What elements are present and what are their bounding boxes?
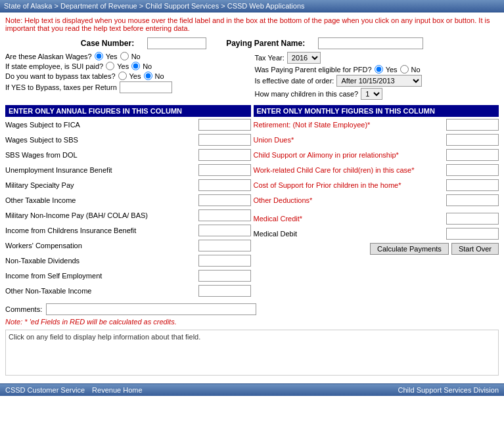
left-col-header: Enter Only Annual Figures in this column	[5, 105, 251, 117]
bypass-taxes-input[interactable]	[120, 81, 172, 93]
military-specialty-input[interactable]	[198, 179, 251, 191]
sui-no-label: No	[143, 62, 152, 70]
military-nontax-input[interactable]	[198, 209, 251, 221]
alaskan-wages-no-radio[interactable]	[120, 52, 129, 60]
breadcrumb-sep3: >	[221, 2, 227, 10]
field-childrens-insurance: Income from Childrens Insurance Benefit	[5, 224, 251, 237]
alaskan-wages-yes-label: Yes	[106, 53, 118, 60]
pfd-label: Was Paying Parent eligible for PFD?	[255, 66, 372, 74]
union-dues-input[interactable]	[446, 134, 499, 146]
comments-input[interactable]	[46, 303, 256, 315]
field-prior-children: Cost of Support for Prior children in th…	[254, 179, 499, 192]
childrens-insurance-input[interactable]	[198, 225, 251, 236]
case-number-input[interactable]	[147, 37, 206, 49]
state-employee-row: If state employee, is SUI paid? Yes No	[5, 62, 250, 70]
start-over-button[interactable]: Start Over	[451, 243, 499, 255]
header-row: Case Number: Paying Parent Name:	[5, 37, 499, 49]
comments-row: Comments:	[5, 303, 499, 315]
help-box: Click on any field to display help infor…	[5, 330, 499, 376]
tax-year-row: Tax Year: 2016	[255, 52, 499, 64]
nontaxable-dividends-input[interactable]	[198, 255, 251, 267]
bypass-taxes-label: If YES to Bypass, taxes per Return	[5, 83, 117, 91]
bypass-yes-label: Yes	[129, 72, 141, 80]
sui-no-radio[interactable]	[131, 62, 140, 70]
field-other-nontaxable: Other Non-Taxable Income	[5, 284, 251, 297]
child-support-alimony-input[interactable]	[446, 149, 499, 161]
workers-comp-input[interactable]	[198, 240, 251, 251]
sui-yes-label: Yes	[117, 62, 129, 70]
bypass-no-label: No	[155, 72, 164, 80]
effective-date-label: Is effective date of order:	[255, 77, 334, 85]
calculate-button[interactable]: Calculate Payments	[370, 243, 449, 255]
paying-parent-label: Paying Parent Name:	[226, 39, 305, 48]
paying-parent-input[interactable]	[318, 37, 423, 49]
children-label: How many children in this case?	[255, 90, 359, 98]
sbs-dol-input[interactable]	[198, 149, 251, 161]
bypass-taxes-row: If YES to Bypass, taxes per Return	[5, 81, 250, 93]
two-col: Enter Only Annual Figures in this column…	[5, 105, 499, 299]
red-note: Note: * 'ed Fields in RED will be calcul…	[5, 318, 499, 326]
pfd-no-radio[interactable]	[400, 65, 409, 74]
field-other-deductions: Other Deductions*	[254, 194, 499, 207]
pfd-yes-label: Yes	[386, 66, 398, 74]
medical-credit-input[interactable]	[446, 213, 499, 225]
field-nontaxable-dividends: Non-Taxable Dividends	[5, 254, 251, 267]
field-wages-fica: Wages Subject to FICA	[5, 118, 251, 131]
right-info-panel: Tax Year: 2016 Was Paying Parent eligibl…	[255, 52, 499, 101]
right-col-header: Enter Only Monthly Figures in this colum…	[254, 105, 499, 117]
action-buttons: Calculate Payments Start Over	[254, 243, 499, 255]
field-military-specialty: Military Specialty Pay	[5, 179, 251, 192]
wages-sbs-input[interactable]	[198, 134, 251, 146]
field-retirement: Retirement: (Not if State Employee)*	[254, 118, 499, 131]
self-employment-input[interactable]	[198, 270, 251, 282]
wages-fica-input[interactable]	[198, 119, 251, 131]
help-text: Click on any field to display help infor…	[9, 333, 200, 341]
tax-year-select[interactable]: 2016	[287, 52, 321, 64]
breadcrumb-sep2: >	[139, 2, 145, 10]
breadcrumb-state[interactable]: State of Alaska	[4, 2, 52, 10]
footer-cssd-link[interactable]: CSSD Customer Service	[5, 386, 85, 394]
comments-label: Comments:	[5, 305, 42, 313]
main-content: Note: Help text is displayed when you mo…	[0, 12, 504, 380]
info-panels: Are these Alaskan Wages? Yes No If state…	[5, 52, 499, 101]
other-taxable-input[interactable]	[198, 194, 251, 206]
breadcrumb-cssd[interactable]: CSSD Web Applications	[227, 2, 305, 10]
field-military-nontax: Military Non-Income Pay (BAH/ COLA/ BAS)	[5, 209, 251, 222]
footer: CSSD Customer Service Revenue Home Child…	[0, 383, 504, 396]
children-select[interactable]: 1234 56789	[361, 88, 382, 100]
retirement-input[interactable]	[446, 119, 499, 131]
breadcrumb-bar: State of Alaska > Department of Revenue …	[0, 0, 504, 12]
bypass-no-radio[interactable]	[144, 72, 152, 80]
medical-debit-input[interactable]	[446, 228, 499, 240]
left-column: Enter Only Annual Figures in this column…	[5, 105, 251, 299]
pfd-no-label: No	[411, 66, 421, 74]
prior-children-input[interactable]	[446, 179, 499, 191]
effective-date-select[interactable]: After 10/15/2013 Before 10/15/2013	[336, 75, 422, 87]
right-column: Enter Only Monthly Figures in this colum…	[254, 105, 499, 299]
alaskan-wages-row: Are these Alaskan Wages? Yes No	[5, 52, 250, 60]
unemployment-input[interactable]	[198, 164, 251, 176]
child-care-input[interactable]	[446, 164, 499, 176]
footer-left: CSSD Customer Service Revenue Home	[5, 386, 143, 394]
field-child-care: Work-related Child Care for child(ren) i…	[254, 163, 499, 177]
footer-revenue-home-link[interactable]: Revenue Home	[92, 386, 142, 394]
breadcrumb-css[interactable]: Child Support Services	[145, 2, 219, 10]
left-info-panel: Are these Alaskan Wages? Yes No If state…	[5, 52, 250, 101]
case-number-label: Case Number:	[81, 39, 134, 48]
sui-yes-radio[interactable]	[106, 62, 114, 70]
alaskan-wages-yes-radio[interactable]	[95, 52, 103, 60]
effective-date-row: Is effective date of order: After 10/15/…	[255, 75, 499, 87]
alaskan-wages-label: Are these Alaskan Wages?	[5, 53, 92, 60]
pfd-yes-radio[interactable]	[375, 65, 383, 74]
field-child-support-alimony: Child Support or Alimony in prior relati…	[254, 148, 499, 162]
other-nontaxable-input[interactable]	[198, 285, 251, 297]
state-employee-label: If state employee, is SUI paid?	[5, 62, 103, 70]
field-medical-credit: Medical Credit*	[254, 212, 499, 225]
other-deductions-input[interactable]	[446, 194, 499, 206]
bypass-label: Do you want to bypass tax tables?	[5, 72, 116, 80]
bypass-row: Do you want to bypass tax tables? Yes No	[5, 72, 250, 80]
bypass-yes-radio[interactable]	[118, 72, 127, 80]
footer-right: Child Support Services Division	[398, 386, 499, 394]
field-wages-sbs: Wages Subject to SBS	[5, 133, 251, 146]
breadcrumb-revenue[interactable]: Department of Revenue	[60, 2, 137, 10]
